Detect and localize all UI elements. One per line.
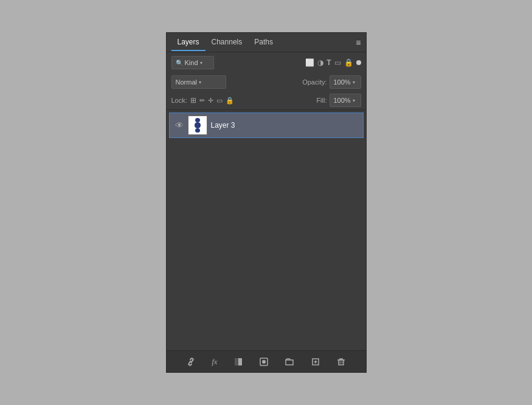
mask-button[interactable]	[257, 355, 271, 369]
opacity-label: Opacity:	[302, 78, 326, 86]
shape-filter-icon[interactable]: ▭	[334, 58, 341, 67]
fill-adjustment-button[interactable]	[231, 355, 246, 369]
new-layer-button[interactable]	[308, 355, 323, 369]
layer-name: Layer 3	[211, 121, 235, 130]
panel-menu-icon[interactable]: ≡	[356, 38, 361, 47]
fill-section: Fill: 100% ▾	[316, 94, 361, 107]
filter-dot[interactable]	[356, 60, 361, 65]
thumb-dot-2	[195, 122, 201, 128]
filter-icons-group: ⬜ ◑ T ▭ 🔒	[305, 58, 361, 67]
blend-mode-chevron: ▾	[199, 80, 201, 85]
fill-chevron: ▾	[353, 98, 355, 103]
link-button[interactable]	[184, 355, 198, 369]
lock-artboard-icon[interactable]: ▭	[216, 97, 223, 105]
svg-point-3	[262, 360, 266, 364]
layer-thumbnail	[188, 116, 207, 135]
lock-paint-icon[interactable]: ✏	[199, 97, 205, 105]
lock-label: Lock:	[171, 97, 187, 104]
lock-row: Lock: ⊞ ✏ ✛ ▭ 🔒 Fill: 100% ▾	[167, 91, 366, 110]
filter-row: 🔍 Kind ▾ ⬜ ◑ T ▭ 🔒	[167, 52, 366, 73]
opacity-value-text: 100%	[334, 78, 351, 86]
tab-bar: Layers Channels Paths ≡	[167, 33, 366, 52]
opacity-chevron: ▾	[353, 80, 355, 85]
thumb-dot-3	[195, 128, 200, 133]
layers-area: 👁 Layer 3	[167, 110, 366, 350]
delete-button[interactable]	[334, 355, 348, 369]
new-group-button[interactable]	[282, 355, 297, 369]
layer-visibility-icon[interactable]: 👁	[174, 120, 184, 130]
svg-rect-7	[339, 360, 344, 365]
opacity-section: Opacity: 100% ▾	[302, 75, 361, 89]
fill-input[interactable]: 100% ▾	[330, 94, 361, 107]
type-filter-icon[interactable]: T	[326, 58, 331, 67]
blend-row: Normal ▾ Opacity: 100% ▾	[167, 73, 366, 91]
lock-position-icon[interactable]: ✛	[208, 97, 213, 105]
fx-button[interactable]: fx	[209, 355, 219, 369]
tab-channels[interactable]: Channels	[206, 34, 249, 51]
filter-kind-select[interactable]: 🔍 Kind ▾	[171, 56, 214, 69]
filter-kind-chevron: ▾	[200, 60, 202, 66]
table-row[interactable]: 👁 Layer 3	[169, 112, 364, 138]
tab-layers[interactable]: Layers	[171, 34, 206, 51]
blend-mode-value: Normal	[176, 78, 197, 86]
search-small-icon: 🔍	[176, 60, 183, 66]
layers-panel: Layers Channels Paths ≡ 🔍 Kind ▾ ⬜ ◑ T ▭…	[166, 32, 367, 373]
adjustment-filter-icon[interactable]: ◑	[317, 58, 323, 67]
svg-rect-1	[235, 358, 238, 365]
lock-pixels-icon[interactable]: ⊞	[190, 96, 196, 105]
fill-value-text: 100%	[334, 97, 351, 104]
bottom-toolbar: fx	[167, 350, 366, 372]
lock-all-icon[interactable]: 🔒	[226, 97, 234, 105]
image-filter-icon[interactable]: ⬜	[305, 58, 314, 67]
smart-filter-icon[interactable]: 🔒	[344, 58, 353, 67]
blend-mode-select[interactable]: Normal ▾	[171, 75, 226, 89]
opacity-input[interactable]: 100% ▾	[330, 75, 361, 89]
fill-label: Fill:	[316, 97, 326, 104]
thumb-dot-1	[195, 118, 200, 122]
tab-paths[interactable]: Paths	[248, 34, 279, 51]
filter-kind-label: Kind	[185, 59, 198, 66]
